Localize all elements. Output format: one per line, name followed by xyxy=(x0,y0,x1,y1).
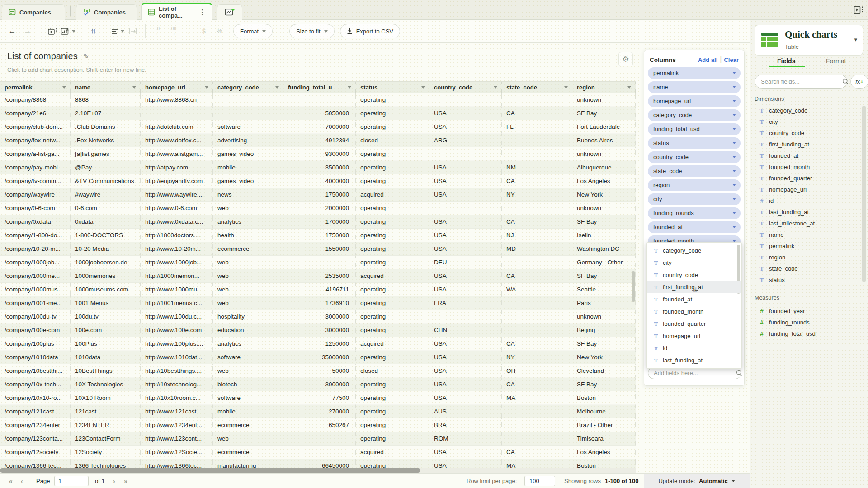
table-cell[interactable]: operating xyxy=(356,418,429,432)
first-page-button[interactable]: « xyxy=(9,474,13,488)
table-cell[interactable]: USA xyxy=(429,391,502,405)
table-cell[interactable]: education xyxy=(213,324,283,337)
table-cell[interactable]: /company/1010data xyxy=(0,351,71,364)
table-cell[interactable]: 77500 xyxy=(283,391,356,405)
size-to-fit-dropdown[interactable]: Size to fit xyxy=(289,24,334,38)
table-cell[interactable]: operating xyxy=(356,174,429,188)
table-cell[interactable]: USA xyxy=(429,337,502,351)
prev-page-button[interactable]: ‹ xyxy=(21,474,23,488)
table-cell[interactable]: 1001 Menus xyxy=(71,296,141,310)
table-cell[interactable]: /company/1-800-do... xyxy=(0,229,71,242)
table-cell[interactable]: 1750000 xyxy=(283,188,356,202)
table-cell[interactable]: operating xyxy=(356,296,429,310)
table-cell[interactable]: http://10xtechnolog... xyxy=(141,378,213,391)
table-cell[interactable]: acquired xyxy=(356,337,429,351)
table-cell[interactable] xyxy=(213,107,283,120)
table-cell[interactable]: 123ContactForm xyxy=(71,432,141,446)
table-cell[interactable]: Brazil - Other xyxy=(572,418,636,432)
column-pill[interactable]: region xyxy=(648,179,741,191)
tab-format[interactable]: Format xyxy=(826,57,846,65)
table-cell[interactable]: 121cast xyxy=(71,405,141,418)
sort-caret-icon[interactable] xyxy=(627,86,631,89)
table-cell[interactable] xyxy=(429,147,502,161)
column-pill[interactable]: permalink xyxy=(648,67,741,79)
table-cell[interactable]: 1550000 xyxy=(283,242,356,256)
table-cell[interactable] xyxy=(502,405,572,418)
table-cell[interactable]: 3000000 xyxy=(283,310,356,324)
table-cell[interactable]: hospitality xyxy=(213,310,283,324)
sort-caret-icon[interactable] xyxy=(348,86,351,89)
table-cell[interactable]: Los Angeles xyxy=(572,174,636,188)
table-cell[interactable]: Germany - Other xyxy=(572,256,636,269)
column-pill[interactable]: homepage_url xyxy=(648,95,741,107)
update-mode-value[interactable]: Automatic xyxy=(699,478,728,484)
table-cell[interactable]: Melbourne xyxy=(572,405,636,418)
table-cell[interactable]: /company/12society xyxy=(0,446,71,459)
tab-menu-icon[interactable]: ⋮ xyxy=(195,8,206,16)
table-cell[interactable]: http://1800doctors.... xyxy=(141,229,213,242)
export-csv-button[interactable]: Export to CSV xyxy=(340,24,400,38)
table-cell[interactable] xyxy=(502,296,572,310)
add-widget-tab[interactable] xyxy=(217,4,242,20)
table-cell[interactable]: http://www.dotfox.c... xyxy=(141,134,213,147)
table-cell[interactable]: USA xyxy=(429,351,502,364)
table-cell[interactable]: /company/100e-com xyxy=(0,324,71,337)
chevron-down-icon[interactable] xyxy=(732,128,736,130)
table-cell[interactable]: web xyxy=(213,296,283,310)
table-cell[interactable] xyxy=(502,324,572,337)
table-cell[interactable]: 10BestThings xyxy=(71,364,141,378)
table-cell[interactable]: MA xyxy=(502,391,572,405)
table-cell[interactable]: USA xyxy=(429,269,502,283)
column-pill[interactable]: founded_at xyxy=(648,221,741,233)
table-cell[interactable]: OH xyxy=(502,364,572,378)
column-pill[interactable]: city xyxy=(648,193,741,205)
table-cell[interactable]: http://www.0-6.com xyxy=(141,202,213,215)
table-cell[interactable]: /company/10x-tech... xyxy=(0,378,71,391)
table-cell[interactable]: /company/fox-netw... xyxy=(0,134,71,147)
table-cell[interactable] xyxy=(283,256,356,269)
add-fields-input[interactable] xyxy=(648,370,736,376)
table-cell[interactable]: 5050000 xyxy=(283,107,356,120)
table-cell[interactable]: /company/21e6 xyxy=(0,107,71,120)
column-header[interactable]: category_code xyxy=(213,82,283,93)
field-list-item[interactable]: Tcategory_code xyxy=(759,105,859,116)
table-cell[interactable]: software xyxy=(213,351,283,364)
table-cell[interactable]: .Fox Networks xyxy=(71,134,141,147)
table-cell[interactable]: USA xyxy=(429,174,502,188)
search-fields-box[interactable] xyxy=(755,75,847,89)
table-cell[interactable]: http://www.100e.com xyxy=(141,324,213,337)
table-cell[interactable]: USA xyxy=(429,364,502,378)
column-header[interactable]: homepage_url xyxy=(141,82,213,93)
last-page-button[interactable]: » xyxy=(124,474,127,488)
table-cell[interactable]: http://10bestthings.... xyxy=(141,364,213,378)
field-list-item[interactable]: Tcity xyxy=(759,116,859,127)
field-list-item[interactable]: Tfounded_quarter xyxy=(759,173,859,184)
table-cell[interactable]: operating xyxy=(356,161,429,174)
table-cell[interactable]: http://www.1000mu... xyxy=(141,283,213,296)
table-cell[interactable]: 1010data xyxy=(71,351,141,364)
field-list-item[interactable]: Thomepage_url xyxy=(759,184,859,195)
field-list-item[interactable]: #founded_year xyxy=(759,305,859,317)
table-cell[interactable]: operating xyxy=(356,391,429,405)
table-cell[interactable]: USA xyxy=(429,215,502,229)
sort-caret-icon[interactable] xyxy=(421,86,425,89)
sort-caret-icon[interactable] xyxy=(62,86,66,89)
table-cell[interactable]: /company/waywire xyxy=(0,188,71,202)
table-cell[interactable]: http://www.1234ent... xyxy=(141,418,213,432)
chevron-down-icon[interactable] xyxy=(732,184,736,186)
table-cell[interactable]: Paris xyxy=(572,296,636,310)
table-cell[interactable]: web xyxy=(213,269,283,283)
field-list-item[interactable]: Tfounded_month xyxy=(759,161,859,173)
table-cell[interactable]: 1736910 xyxy=(283,296,356,310)
table-cell[interactable]: /company/a-list-ga... xyxy=(0,147,71,161)
table-cell[interactable]: operating xyxy=(356,107,429,120)
add-all-link[interactable]: Add all xyxy=(698,56,717,63)
table-cell[interactable]: MA xyxy=(502,459,572,468)
table-cell[interactable]: http://dotclub.com xyxy=(141,120,213,134)
table-cell[interactable]: news xyxy=(213,188,283,202)
table-cell[interactable]: /company/pay-mobi... xyxy=(0,161,71,174)
table-cell[interactable]: biotech xyxy=(213,378,283,391)
table-cell[interactable]: 1250000 xyxy=(283,337,356,351)
table-cell[interactable]: 9300000 xyxy=(283,147,356,161)
table-cell[interactable]: SF Bay xyxy=(572,269,636,283)
